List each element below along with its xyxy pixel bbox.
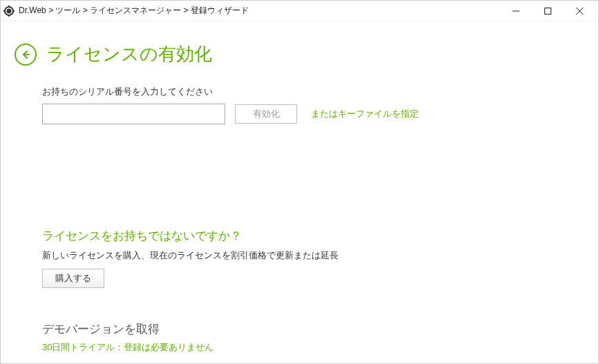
demo-heading: デモバージョンを取得 [42,321,584,337]
window-controls [500,1,596,21]
no-license-heading: ライセンスをお持ちではないですか？ [42,228,584,244]
maximize-button[interactable] [532,1,564,21]
svg-rect-8 [545,8,551,14]
activation-section: お持ちのシリアル番号を入力してください 有効化 またはキーファイルを指定 ライセ… [15,86,584,354]
keyfile-link[interactable]: またはキーファイルを指定 [311,108,419,120]
svg-point-2 [7,8,12,13]
demo-trial-link[interactable]: 30日間トライアル：登録は必要ありません [42,341,584,354]
content-area: ライセンスの有効化 お持ちのシリアル番号を入力してください 有効化 またはキーフ… [1,21,598,364]
svg-rect-5 [3,10,6,12]
minimize-button[interactable] [500,1,532,21]
page-title: ライセンスの有効化 [46,42,212,66]
window-title: Dr.Web > ツール > ライセンスマネージャー > 登録ウィザード [19,5,500,17]
no-license-desc: 新しいライセンスを購入、現在のライセンスを割引価格で更新または延長 [42,249,584,262]
svg-rect-4 [8,15,10,17]
arrow-left-icon [21,50,30,59]
activate-button[interactable]: 有効化 [235,104,297,124]
serial-input[interactable] [42,104,225,124]
close-button[interactable] [564,1,596,21]
buy-button[interactable]: 購入する [42,269,104,288]
app-icon [3,6,15,17]
titlebar: Dr.Web > ツール > ライセンスマネージャー > 登録ウィザード [1,1,598,21]
svg-rect-6 [12,10,15,12]
back-button[interactable] [15,44,37,66]
header-row: ライセンスの有効化 [15,42,584,66]
serial-input-row: 有効化 またはキーファイルを指定 [42,104,584,124]
serial-label: お持ちのシリアル番号を入力してください [42,86,584,98]
svg-rect-3 [8,6,10,8]
